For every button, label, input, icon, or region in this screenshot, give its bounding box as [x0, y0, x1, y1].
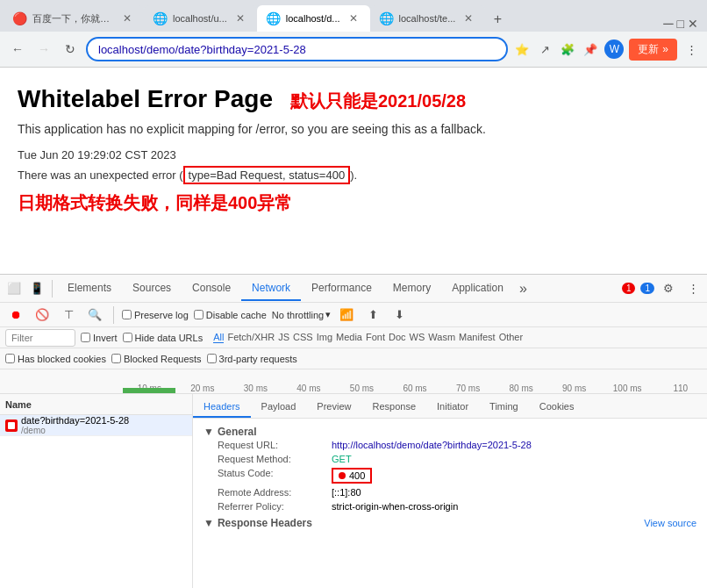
detail-tabs: Headers Payload Preview Response Initiat… [193, 394, 707, 419]
tab-close-u[interactable]: ✕ [232, 11, 248, 26]
type-manifest[interactable]: Manifest [459, 332, 496, 343]
has-blocked-input[interactable] [5, 354, 15, 363]
address-bar[interactable]: localhost/demo/date?birthday=2021-5-28 [86, 37, 508, 61]
inspect-element-icon[interactable]: ⬜ [4, 278, 25, 299]
devtools-tab-network[interactable]: Network [241, 276, 301, 301]
maximize-button[interactable]: □ [677, 17, 684, 31]
devtools-tab-memory[interactable]: Memory [382, 276, 441, 301]
type-wasm[interactable]: Wasm [428, 332, 455, 343]
throttle-arrow: ▾ [325, 309, 331, 320]
tab-favicon-te: 🌐 [379, 11, 394, 25]
error-line: There was an unexpected error (type=Bad … [18, 167, 689, 185]
invert-input[interactable] [81, 333, 90, 342]
tab-favicon-d: 🌐 [266, 11, 281, 25]
tab-title-d: localhost/d... [286, 13, 340, 24]
devtools-dock-icon[interactable]: ⋮ [682, 278, 703, 299]
detail-tab-timing[interactable]: Timing [479, 397, 529, 418]
minimize-button[interactable]: ─ [663, 16, 673, 32]
type-media[interactable]: Media [336, 332, 362, 343]
devtools-tab-network-label: Network [252, 282, 290, 294]
third-party-input[interactable] [207, 354, 217, 363]
bookmark-icon[interactable]: ⭐ [513, 40, 531, 58]
response-headers-title[interactable]: ▼ Response Headers View source [204, 517, 696, 529]
devtools-tab-sources[interactable]: Sources [122, 276, 182, 301]
upload-icon[interactable]: ⬆ [362, 305, 383, 326]
detail-tab-response[interactable]: Response [361, 397, 426, 418]
close-button[interactable]: ✕ [688, 17, 698, 31]
detail-tab-payload[interactable]: Payload [251, 397, 307, 418]
preserve-log-checkbox[interactable]: Preserve log [122, 310, 189, 320]
preserve-log-input[interactable] [122, 310, 132, 319]
type-font[interactable]: Font [366, 332, 385, 343]
device-toolbar-icon[interactable]: 📱 [26, 278, 47, 299]
info-badge: 1 [640, 283, 654, 294]
detail-tab-headers[interactable]: Headers [193, 397, 251, 418]
tab-localhost-u[interactable]: 🌐 localhost/u... ✕ [144, 5, 257, 32]
detail-tab-preview[interactable]: Preview [306, 397, 361, 418]
reload-button[interactable]: ↻ [60, 39, 81, 60]
hide-data-input[interactable] [123, 333, 132, 342]
type-css[interactable]: CSS [293, 332, 313, 343]
extension-icon[interactable]: 🧩 [559, 40, 576, 58]
pin-icon[interactable]: 📌 [582, 40, 599, 58]
fetch-type-all: All Fetch/XHR JS CSS Img Media Font Doc … [213, 332, 523, 343]
status-val: 400 [332, 468, 372, 484]
network-row-icon-0 [5, 419, 18, 432]
forward-button[interactable]: → [33, 39, 54, 60]
type-doc[interactable]: Doc [389, 332, 406, 343]
devtools-settings-icon[interactable]: ⚙ [658, 278, 679, 299]
devtools-tab-elements[interactable]: Elements [57, 276, 122, 301]
invert-checkbox[interactable]: Invert [81, 333, 118, 343]
devtools-tab-performance[interactable]: Performance [301, 276, 382, 301]
filter-icon[interactable]: ⊤ [58, 305, 79, 326]
new-tab-button[interactable]: + [485, 7, 510, 32]
refresh-button[interactable]: 更新 » [629, 39, 677, 61]
throttle-select[interactable]: No throttling ▾ [272, 309, 331, 320]
type-all[interactable]: All [213, 332, 224, 343]
third-party-checkbox[interactable]: 3rd-party requests [207, 354, 297, 364]
tab-close-d[interactable]: ✕ [346, 11, 361, 26]
profile-icon[interactable]: W [604, 39, 624, 59]
detail-tab-initiator[interactable]: Initiator [426, 397, 479, 418]
share-icon[interactable]: ↗ [536, 40, 553, 58]
blocked-req-input[interactable] [111, 354, 121, 363]
blocked-req-checkbox[interactable]: Blocked Requests [111, 354, 202, 364]
tab-close-baidu[interactable]: ✕ [119, 11, 135, 26]
type-js[interactable]: JS [278, 332, 289, 343]
detail-tab-cookies[interactable]: Cookies [529, 397, 585, 418]
download-icon[interactable]: ⬇ [389, 305, 410, 326]
has-blocked-checkbox[interactable]: Has blocked cookies [5, 354, 106, 364]
type-ws[interactable]: WS [410, 332, 425, 343]
devtools-tab-application[interactable]: Application [441, 276, 514, 301]
back-button[interactable]: ← [7, 39, 28, 60]
tab-baidu[interactable]: 🔴 百度一下，你就知道 ✕ [4, 5, 144, 32]
filter-input[interactable] [5, 329, 75, 347]
clear-button[interactable]: 🚫 [32, 305, 53, 326]
referrer-val: strict-origin-when-cross-origin [332, 501, 458, 512]
search-network-icon[interactable]: 🔍 [84, 305, 105, 326]
t4: 40 ms [282, 384, 336, 393]
devtools-tabs-more[interactable]: » [516, 276, 531, 301]
network-row-0[interactable]: date?birthday=2021-5-28 /demo [0, 415, 192, 436]
filter-input-wrapper [5, 329, 75, 347]
tab-localhost-te[interactable]: 🌐 localhost/te... ✕ [370, 5, 486, 32]
general-section-title[interactable]: ▼ General [204, 426, 696, 438]
menu-icon[interactable]: ⋮ [682, 40, 700, 58]
wifi-icon[interactable]: 📶 [336, 305, 357, 326]
tab-close-te[interactable]: ✕ [461, 11, 476, 26]
view-source-link[interactable]: View source [644, 518, 696, 528]
general-row-method: Request Method: GET [204, 452, 696, 466]
type-other[interactable]: Other [499, 332, 524, 343]
devtools-tabs: Elements Sources Console Network Perform… [57, 276, 618, 301]
type-fetchxhr[interactable]: Fetch/XHR [227, 332, 275, 343]
disable-cache-checkbox[interactable]: Disable cache [194, 310, 267, 320]
type-img[interactable]: Img [317, 332, 332, 343]
hide-data-checkbox[interactable]: Hide data URLs [123, 333, 204, 343]
network-body: Name date?birthday=2021-5-28 /demo Heade… [0, 394, 707, 588]
general-row-referrer: Referrer Policy: strict-origin-when-cros… [204, 499, 696, 513]
disable-cache-input[interactable] [194, 310, 204, 319]
devtools-tab-console[interactable]: Console [182, 276, 241, 301]
tab-localhost-d[interactable]: 🌐 localhost/d... ✕ [257, 5, 370, 32]
t8: 80 ms [495, 384, 548, 393]
record-button[interactable]: ⏺ [5, 305, 26, 326]
